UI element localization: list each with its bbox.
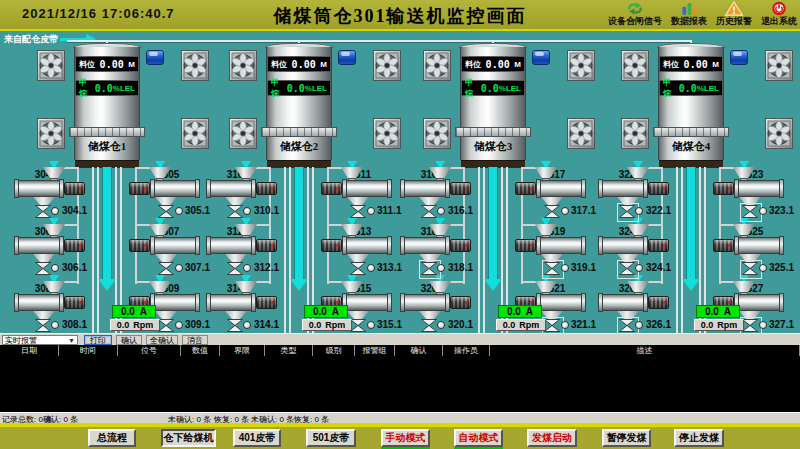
data-report-button[interactable]: 数据报表 — [671, 0, 707, 29]
silo-name: 储煤仓2 — [261, 139, 337, 154]
feeder-325-machine[interactable] — [735, 237, 783, 254]
feeder-motor-icon — [450, 239, 471, 252]
valve-305.1[interactable] — [158, 205, 174, 218]
ack-all-button[interactable]: 全确认 — [146, 335, 178, 345]
chute-line — [478, 167, 480, 333]
feeder-322-machine[interactable] — [599, 180, 647, 197]
feeder-306-machine[interactable] — [15, 237, 63, 254]
feeder-326-machine[interactable] — [599, 294, 647, 311]
valve-label: 312.1 — [254, 262, 296, 273]
feeder-319-machine[interactable] — [537, 237, 585, 254]
bottom-nav-bar: 总流程仓下给煤机401皮带501皮带手动模式自动模式发煤启动暂停发煤停止发煤 — [0, 427, 800, 449]
valve-319.1[interactable] — [544, 262, 560, 275]
valve-indicator — [51, 264, 59, 272]
feeder-308-machine[interactable] — [15, 294, 63, 311]
valve-315.1[interactable] — [350, 319, 366, 332]
alarm-filter-select[interactable]: 实时报警 ▼ — [2, 335, 78, 345]
feeder-307-machine[interactable] — [151, 237, 199, 254]
valve-324.1[interactable] — [619, 262, 635, 275]
valve-320.1[interactable] — [421, 319, 437, 332]
belt-501-button[interactable]: 501皮带 — [306, 429, 356, 447]
exit-system-button[interactable]: 退出系统 — [761, 0, 797, 29]
valve-318.1[interactable] — [421, 262, 437, 275]
valve-326.1[interactable] — [619, 319, 635, 332]
feeder-305-machine[interactable] — [151, 180, 199, 197]
fan-icon — [229, 118, 257, 149]
valve-314.1[interactable] — [227, 319, 243, 332]
valve-label: 324.1 — [646, 262, 688, 273]
valve-indicator — [759, 321, 767, 329]
methane-display: 甲烷0.0%LEL — [267, 80, 331, 96]
header-button-label: 设备合闸信号 — [608, 16, 662, 27]
mute-button[interactable]: 消音 — [182, 335, 208, 345]
feeder-312-machine[interactable] — [207, 237, 255, 254]
feeder-318-machine[interactable] — [401, 237, 449, 254]
feeder-motor-icon — [648, 182, 669, 195]
feeder-327-machine[interactable] — [735, 294, 783, 311]
alarm-col-header: 级别 — [313, 345, 355, 356]
valve-312.1[interactable] — [227, 262, 243, 275]
auto-mode-button[interactable]: 自动模式 — [454, 429, 503, 447]
feeder-315-machine[interactable] — [343, 294, 391, 311]
alarm-table-body[interactable] — [0, 356, 800, 412]
feeder-316-machine[interactable] — [401, 180, 449, 197]
valve-304.1[interactable] — [35, 205, 51, 218]
feeder-motor-icon — [64, 182, 85, 195]
fan-icon — [423, 50, 451, 81]
coal-start-button[interactable]: 发煤启动 — [527, 429, 577, 447]
valve-311.1[interactable] — [350, 205, 366, 218]
silo-name: 储煤仓4 — [653, 139, 729, 154]
valve-308.1[interactable] — [35, 319, 51, 332]
valve-310.1[interactable] — [227, 205, 243, 218]
chute-line — [676, 167, 678, 333]
valve-306.1[interactable] — [35, 262, 51, 275]
header-button-label: 退出系统 — [761, 16, 797, 27]
valve-317.1[interactable] — [544, 205, 560, 218]
manual-mode-button[interactable]: 手动模式 — [381, 429, 430, 447]
silo-motor-icon — [730, 50, 748, 65]
feeder-320-machine[interactable] — [401, 294, 449, 311]
valve-indicator — [243, 264, 251, 272]
valve-325.1[interactable] — [742, 262, 758, 275]
chevron-down-icon: ▼ — [68, 337, 75, 344]
fan-icon — [765, 50, 793, 81]
silo-flange — [69, 127, 145, 137]
valve-label: 322.1 — [646, 205, 688, 216]
valve-322.1[interactable] — [619, 205, 635, 218]
feeder-314-machine[interactable] — [207, 294, 255, 311]
feeder-304-machine[interactable] — [15, 180, 63, 197]
feeder-310-machine[interactable] — [207, 180, 255, 197]
valve-327.1[interactable] — [742, 319, 758, 332]
speed-display: 0.0Rpm — [694, 319, 744, 331]
valve-313.1[interactable] — [350, 262, 366, 275]
device-close-signal-button[interactable]: 设备合闸信号 — [608, 0, 662, 29]
feeder-323-machine[interactable] — [735, 180, 783, 197]
history-alarm-button[interactable]: 历史报警 — [716, 0, 752, 29]
alarm-col-header: 类型 — [265, 345, 313, 356]
feeder-321-machine[interactable] — [537, 294, 585, 311]
feeder-324-machine[interactable] — [599, 237, 647, 254]
valve-indicator — [437, 321, 445, 329]
ack-button[interactable]: 确认 — [116, 335, 142, 345]
fan-icon — [37, 50, 65, 81]
valve-316.1[interactable] — [421, 205, 437, 218]
feeder-313-machine[interactable] — [343, 237, 391, 254]
valve-321.1[interactable] — [544, 319, 560, 332]
feeder-311-machine[interactable] — [343, 180, 391, 197]
overview-button[interactable]: 总流程 — [88, 429, 136, 447]
feeder-motor-icon — [450, 296, 471, 309]
belt-401-button[interactable]: 401皮带 — [233, 429, 281, 447]
alarm-col-header: 时间 — [59, 345, 118, 356]
under-silo-feeder-button[interactable]: 仓下给煤机 — [161, 429, 216, 447]
feeder-317-machine[interactable] — [537, 180, 585, 197]
print-button[interactable]: 打印 — [84, 335, 112, 345]
feeder-motor-icon — [515, 182, 536, 195]
feeder-motor-icon — [129, 182, 150, 195]
feeder-309-machine[interactable] — [151, 294, 199, 311]
valve-307.1[interactable] — [158, 262, 174, 275]
valve-323.1[interactable] — [742, 205, 758, 218]
valve-309.1[interactable] — [158, 319, 174, 332]
coal-stop-button[interactable]: 停止发煤 — [674, 429, 724, 447]
silo-name: 储煤仓1 — [69, 139, 145, 154]
coal-pause-button[interactable]: 暂停发煤 — [602, 429, 651, 447]
